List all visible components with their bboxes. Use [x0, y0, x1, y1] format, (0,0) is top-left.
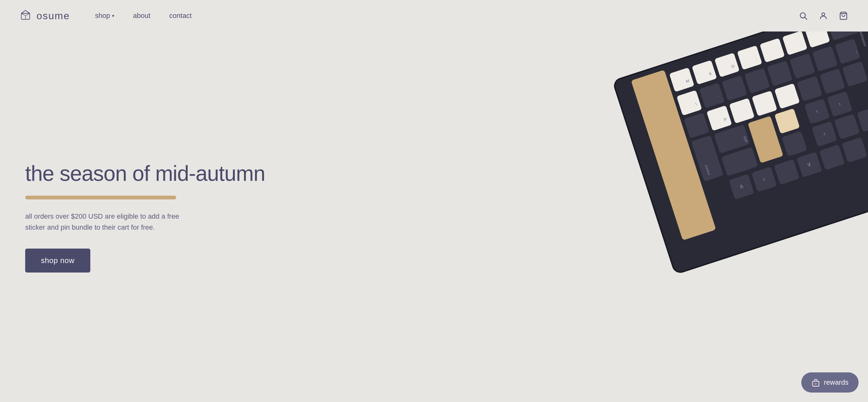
hero-content: the season of mid-autumn all orders over…	[0, 31, 434, 402]
hero-divider	[25, 196, 176, 199]
svg-line-2	[22, 13, 26, 16]
logo-icon	[19, 9, 32, 22]
search-button[interactable]	[798, 10, 809, 22]
svg-marker-1	[22, 10, 30, 13]
svg-line-3	[26, 13, 30, 16]
shop-now-button[interactable]: shop now	[25, 249, 90, 272]
rewards-button[interactable]: rewards	[801, 372, 859, 393]
brand-name: osume	[36, 10, 70, 22]
hero-section: the season of mid-autumn all orders over…	[0, 31, 868, 402]
hero-description: all orders over $200 USD are eligible to…	[25, 211, 189, 233]
nav-contact-link[interactable]: contact	[169, 12, 192, 20]
hero-title: the season of mid-autumn	[25, 161, 409, 185]
nav-shop-label: shop	[95, 12, 110, 20]
rewards-label: rewards	[824, 378, 848, 386]
svg-point-75	[815, 384, 816, 385]
svg-line-6	[805, 17, 807, 19]
nav-about-label: about	[133, 12, 150, 20]
cart-icon	[839, 11, 848, 20]
svg-point-7	[822, 13, 825, 16]
nav-about-link[interactable]: about	[133, 12, 150, 20]
account-icon	[819, 11, 828, 20]
search-icon	[799, 11, 808, 20]
nav-icons	[798, 10, 849, 22]
account-button[interactable]	[818, 10, 829, 22]
navbar: osume shop ▾ about contact	[0, 0, 868, 31]
rewards-bag-icon	[811, 378, 820, 387]
nav-links: shop ▾ about contact	[95, 12, 192, 20]
keyboard-illustration: M K O ; backspace \ " | P	[575, 31, 868, 356]
nav-shop-link[interactable]: shop ▾	[95, 12, 114, 20]
shop-chevron-down-icon: ▾	[112, 13, 114, 18]
hero-image-area: M K O ; backspace \ " | P	[434, 31, 868, 402]
nav-contact-label: contact	[169, 12, 192, 20]
cart-button[interactable]	[838, 10, 849, 22]
logo-link[interactable]: osume	[19, 9, 70, 22]
